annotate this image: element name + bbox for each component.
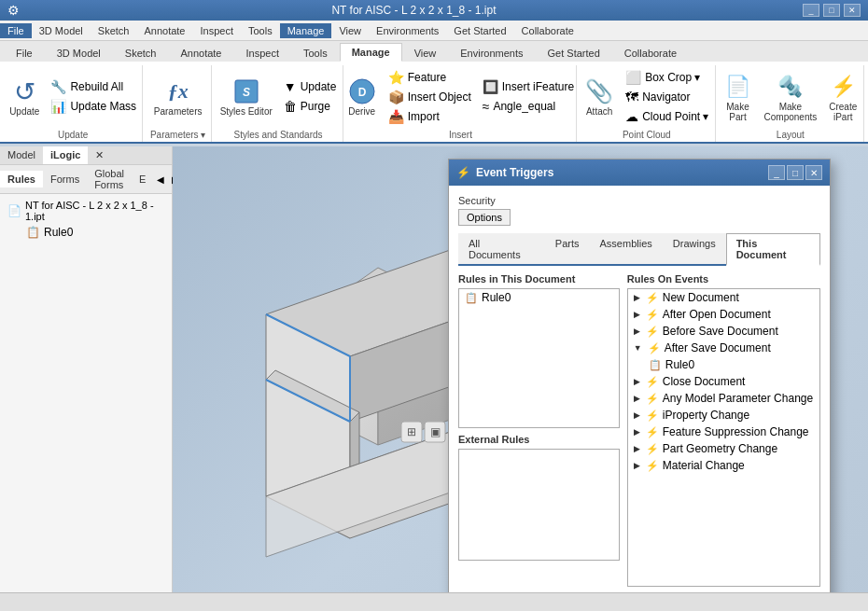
events-listbox[interactable]: ▶ ⚡ New Document ▶ ⚡ After Open Document… bbox=[627, 288, 820, 587]
dialog-maximize-btn[interactable]: □ bbox=[787, 165, 804, 180]
event-material-change[interactable]: ▶ ⚡ Material Change bbox=[628, 457, 819, 474]
menu-file[interactable]: File bbox=[0, 23, 32, 38]
cloud-point-button[interactable]: ☁ Cloud Point ▾ bbox=[622, 107, 712, 126]
ribbon-attach-col: ⬜ Box Crop ▾ 🗺 Navigator ☁ Cloud Point ▾ bbox=[622, 68, 712, 126]
menu-inspect[interactable]: Inspect bbox=[193, 23, 241, 38]
attach-button[interactable]: 📎 Attach bbox=[581, 75, 618, 118]
box-crop-button[interactable]: ⬜ Box Crop ▾ bbox=[622, 68, 712, 87]
dialog-tab-all-documents[interactable]: All Documents bbox=[458, 233, 545, 264]
dialog-tab-drawings[interactable]: Drawings bbox=[663, 233, 726, 264]
make-components-button[interactable]: 🔩 MakeComponents bbox=[761, 70, 821, 124]
parameters-button[interactable]: ƒx Parameters bbox=[150, 75, 206, 118]
derive-button[interactable]: D Derive bbox=[343, 75, 381, 118]
tab-annotate[interactable]: Annotate bbox=[168, 44, 233, 62]
insert-object-icon: 📦 bbox=[388, 90, 404, 104]
angle-equal-label: Angle_equal bbox=[493, 100, 555, 113]
feature-button[interactable]: ⭐ Feature bbox=[385, 68, 475, 87]
tab-collaborate[interactable]: Collaborate bbox=[612, 44, 689, 62]
dialog-tab-parts[interactable]: Parts bbox=[545, 233, 590, 264]
tab-3d-model[interactable]: 3D Model bbox=[45, 44, 113, 62]
menu-annotate[interactable]: Annotate bbox=[136, 23, 192, 38]
menu-collaborate[interactable]: Collaborate bbox=[514, 23, 581, 38]
tab-file[interactable]: File bbox=[4, 44, 45, 62]
sub-tab-arrow-left[interactable]: ◀ bbox=[153, 173, 168, 187]
ribbon-insert-col2: 🔲 Insert iFeature ≈ Angle_equal bbox=[479, 77, 578, 116]
minimize-btn[interactable]: _ bbox=[803, 4, 819, 17]
status-bar bbox=[0, 592, 868, 611]
dialog-minimize-btn[interactable]: _ bbox=[768, 165, 785, 180]
navigator-button[interactable]: 🗺 Navigator bbox=[622, 88, 712, 106]
event-iproperty[interactable]: ▶ ⚡ iProperty Change bbox=[628, 407, 819, 424]
create-ipart-label: CreateiPart bbox=[829, 102, 857, 122]
rule0-label: Rule0 bbox=[482, 291, 511, 304]
rule0-item[interactable]: 📋 Rule0 bbox=[459, 289, 619, 306]
ribbon-attach-content: 📎 Attach ⬜ Box Crop ▾ 🗺 Navigator ☁ Clou… bbox=[581, 65, 712, 128]
event-geometry-change[interactable]: ▶ ⚡ Part Geometry Change bbox=[628, 440, 819, 457]
purge-icon: 🗑 bbox=[284, 99, 297, 114]
feature-icon: ⭐ bbox=[388, 70, 404, 85]
menu-environments[interactable]: Environments bbox=[369, 23, 446, 38]
tab-get-started[interactable]: Get Started bbox=[536, 44, 612, 62]
styles-editor-label: Styles Editor bbox=[220, 106, 273, 117]
tab-manage[interactable]: Manage bbox=[340, 43, 402, 62]
tree-item-rule0[interactable]: 📋 Rule0 bbox=[22, 224, 168, 241]
update-button[interactable]: ↺ Update bbox=[6, 75, 43, 118]
event-after-open[interactable]: ▶ ⚡ After Open Document bbox=[628, 306, 819, 323]
event-sub-rule0-label: Rule0 bbox=[665, 358, 694, 371]
import-button[interactable]: 📥 Import bbox=[385, 107, 475, 126]
event-close-document[interactable]: ▶ ⚡ Close Document bbox=[628, 373, 819, 390]
menu-manage[interactable]: Manage bbox=[280, 23, 332, 38]
styles-update-button[interactable]: ▼ Update bbox=[280, 77, 341, 96]
ribbon-insert-content: D Derive ⭐ Feature 📦 Insert Object 📥 Imp… bbox=[343, 65, 578, 128]
tab-view[interactable]: View bbox=[402, 44, 449, 62]
sub-tab-global-forms[interactable]: Global Forms bbox=[87, 165, 132, 193]
update-group-label: Update bbox=[58, 128, 88, 142]
create-ipart-button[interactable]: ⚡ CreateiPart bbox=[824, 70, 861, 124]
maximize-btn[interactable]: □ bbox=[823, 4, 840, 17]
menu-view[interactable]: View bbox=[331, 23, 369, 38]
panel-tree: 📄 NT for AISC - L 2 x 2 x 1_8 - 1.ipt 📋 … bbox=[0, 194, 172, 244]
external-rules-listbox[interactable] bbox=[458, 449, 620, 561]
panel-tab-model[interactable]: Model bbox=[0, 146, 43, 164]
menu-sketch[interactable]: Sketch bbox=[91, 23, 137, 38]
event-before-save[interactable]: ▶ ⚡ Before Save Document bbox=[628, 323, 819, 340]
update-mass-button[interactable]: 📊 Update Mass bbox=[47, 97, 140, 116]
tab-tools[interactable]: Tools bbox=[291, 44, 340, 62]
rules-listbox[interactable]: 📋 Rule0 bbox=[458, 288, 620, 428]
dialog-tab-this-document[interactable]: This Document bbox=[726, 233, 820, 266]
sub-tab-e[interactable]: E bbox=[132, 171, 153, 187]
menu-3d-model[interactable]: 3D Model bbox=[32, 23, 91, 38]
styles-editor-button[interactable]: S Styles Editor bbox=[217, 75, 276, 118]
event-feature-suppression[interactable]: ▶ ⚡ Feature Suppression Change bbox=[628, 424, 819, 440]
tree-rule0-icon: 📋 bbox=[26, 226, 40, 239]
event-sub-rule0[interactable]: 📋 Rule0 bbox=[628, 356, 819, 373]
sub-tab-forms[interactable]: Forms bbox=[43, 171, 87, 187]
event-label-4: After Save Document bbox=[665, 341, 771, 354]
menu-get-started[interactable]: Get Started bbox=[446, 23, 513, 38]
insert-ifeature-button[interactable]: 🔲 Insert iFeature bbox=[479, 77, 578, 96]
event-triggers-dialog: ⚡ Event Triggers _ □ ✕ Security Options … bbox=[448, 159, 831, 611]
tab-sketch[interactable]: Sketch bbox=[113, 44, 169, 62]
purge-button[interactable]: 🗑 Purge bbox=[280, 97, 341, 116]
close-btn[interactable]: ✕ bbox=[844, 4, 861, 17]
angle-equal-button[interactable]: ≈ Angle_equal bbox=[479, 97, 578, 116]
make-part-button[interactable]: 📄 MakePart bbox=[720, 70, 757, 124]
tree-item-root[interactable]: 📄 NT for AISC - L 2 x 2 x 1_8 - 1.ipt bbox=[4, 198, 168, 224]
event-sub-rule0-icon: 📋 bbox=[649, 359, 662, 371]
attach-group-label: Point Cloud bbox=[623, 128, 671, 142]
panel-tab-add[interactable]: ✕ bbox=[88, 146, 111, 164]
options-button[interactable]: Options bbox=[458, 209, 511, 226]
styles-editor-icon: S bbox=[231, 76, 261, 106]
dialog-close-btn[interactable]: ✕ bbox=[805, 165, 822, 180]
sub-tab-rules[interactable]: Rules bbox=[0, 171, 43, 187]
tab-inspect[interactable]: Inspect bbox=[234, 44, 291, 62]
rebuild-all-button[interactable]: 🔧 Rebuild All bbox=[47, 77, 140, 96]
menu-tools[interactable]: Tools bbox=[241, 23, 280, 38]
event-after-save[interactable]: ▼ ⚡ After Save Document bbox=[628, 340, 819, 356]
event-model-param[interactable]: ▶ ⚡ Any Model Parameter Change bbox=[628, 390, 819, 407]
dialog-tab-assemblies[interactable]: Assemblies bbox=[590, 233, 663, 264]
tab-environments[interactable]: Environments bbox=[448, 44, 535, 62]
event-new-document[interactable]: ▶ ⚡ New Document bbox=[628, 289, 819, 306]
panel-tab-ilogic[interactable]: iLogic bbox=[43, 146, 88, 164]
insert-object-button[interactable]: 📦 Insert Object bbox=[385, 88, 475, 106]
